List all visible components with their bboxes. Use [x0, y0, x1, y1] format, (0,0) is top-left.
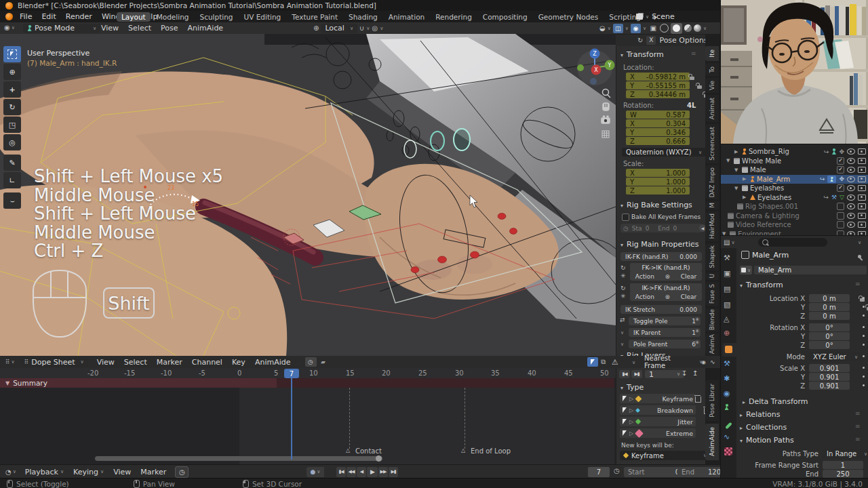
tab-scene[interactable]: ◬ — [724, 314, 729, 323]
camera-icon[interactable] — [858, 185, 866, 191]
collection-checkbox[interactable] — [837, 203, 844, 210]
workspace-tab-texture-paint[interactable]: Texture Paint — [287, 12, 342, 22]
outliner-row-male-arm[interactable]: ▶ Male_Arm ↪ ✥ — [721, 175, 868, 184]
outliner-row-sombra-rig[interactable]: ▶ Sombra_Rig ↪ ✥ — [721, 147, 868, 156]
rig-main-panel-header[interactable]: Rig Main Properties — [620, 240, 699, 249]
sidebar-tab-tool[interactable]: To — [705, 63, 719, 76]
animate-dot[interactable] — [863, 375, 865, 378]
marker-contact[interactable]: Contact — [355, 447, 382, 455]
dropdown-caret-icon[interactable]: ∨ — [620, 342, 624, 347]
location-x-field[interactable]: X-0.59812 m — [626, 73, 690, 81]
collection-checkbox[interactable]: ✓ — [837, 166, 844, 174]
playhead-line[interactable] — [291, 378, 292, 460]
prop-rotation-x[interactable]: 0° — [809, 323, 850, 331]
keyframe-icon[interactable]: ✳ — [695, 317, 700, 323]
eye-icon[interactable] — [847, 176, 855, 182]
xray-toggle[interactable]: ◫ — [613, 24, 623, 33]
select-cursor-toggle[interactable] — [587, 357, 598, 367]
sidebar-tab-animat[interactable]: Animat — [705, 95, 719, 122]
toggle-pole-field[interactable]: Toggle Pole1 — [629, 317, 701, 325]
snap-ik-icon[interactable]: ↻ — [620, 285, 626, 291]
app-menu-icon[interactable] — [5, 13, 13, 20]
header-caret-icon[interactable]: ∨ — [858, 240, 861, 245]
pin-icon[interactable] — [858, 255, 861, 258]
sidebar-tab-fuse[interactable]: Fuse S — [705, 282, 719, 306]
lock-icon[interactable] — [690, 77, 694, 80]
sidebar-tab-m[interactable]: M — [705, 201, 719, 209]
bake-range-row[interactable]: ◷ Sta0 End0 — [620, 224, 702, 232]
tab-particles[interactable]: ✱ — [724, 374, 730, 383]
camera-icon[interactable] — [858, 203, 866, 209]
fk-action-clear-icon[interactable]: ⊗ — [665, 273, 671, 280]
scrollbar-handle[interactable] — [376, 455, 382, 462]
timeline-ruler[interactable]: -20 -15 -10 -5 0 5 10 15 20 25 30 35 40 … — [0, 368, 720, 379]
ikfk-slider[interactable]: IK-FK (hand.R)0.000 — [620, 252, 702, 261]
tool-annotate[interactable]: ✎ — [3, 155, 21, 171]
keyframe-type-row[interactable]: ▷ Jitter — [620, 417, 696, 426]
frame-range-start-field[interactable]: 1 — [823, 461, 863, 469]
menu-file[interactable]: File — [15, 12, 37, 21]
animate-dot[interactable] — [863, 314, 865, 317]
keyframe-icon[interactable]: ✳ — [695, 328, 700, 334]
outliner-row-whole-male[interactable]: ▼ Whole Male ✓ — [721, 157, 868, 165]
eye-icon[interactable] — [847, 195, 855, 201]
shading-solid-button[interactable] — [671, 23, 682, 34]
sidebar-tab-hairmod[interactable]: HairMod — [705, 211, 719, 241]
summary-channel[interactable]: ▼ Summary — [0, 378, 614, 388]
shading-rendered-button[interactable] — [694, 24, 701, 32]
menu-edit[interactable]: Edit — [37, 12, 60, 21]
gizmos-toggle[interactable]: ▣ — [648, 24, 658, 32]
collection-checkbox[interactable]: ✓ — [837, 157, 844, 165]
footer-menu-marker[interactable]: Marker — [136, 468, 171, 476]
orientation-dropdown[interactable]: Local — [321, 24, 357, 33]
swap-icon[interactable]: ⇄ — [620, 317, 625, 323]
workspace-tab-rendering[interactable]: Rendering — [431, 12, 477, 22]
prop-rotation-y[interactable]: 0° — [809, 332, 850, 340]
frame-end-field[interactable]: End120 — [677, 467, 725, 477]
sidebar-tab-u[interactable]: U — [705, 272, 719, 280]
workspace-tab-shading[interactable]: Shading — [344, 12, 382, 22]
animate-dot[interactable] — [863, 384, 865, 386]
workspace-tab-uv-editing[interactable]: UV Editing — [239, 12, 286, 22]
outliner-row-video-reference[interactable]: Video Reference — [721, 220, 868, 229]
timeline-scrollbar[interactable] — [95, 456, 382, 461]
workspace-tab-animation[interactable]: Animation — [384, 12, 430, 22]
rotation-mode-dropdown[interactable]: XYZ Euler — [809, 352, 862, 361]
frame-overlap-icon[interactable]: ⧉ — [601, 358, 606, 366]
tab-bone[interactable] — [725, 420, 732, 429]
eye-icon[interactable] — [847, 148, 855, 155]
object-name-field[interactable]: Male_Arm — [754, 266, 867, 274]
ik-clear-button[interactable]: Clear — [681, 293, 697, 300]
bake-checkbox[interactable] — [622, 214, 629, 221]
dopesheet-menu-view[interactable]: View — [92, 358, 119, 367]
editor-type-button[interactable]: ⠿∨ — [5, 359, 15, 365]
dopesheet-mode-dropdown[interactable]: ⠿Dope Sheet — [20, 357, 88, 367]
rotation-mode-dropdown[interactable]: Quaternion (WXYZ) — [622, 148, 706, 157]
overlays-toggle[interactable]: ◉ — [631, 24, 641, 33]
tab-view-layer[interactable]: ▧ — [724, 300, 730, 309]
motion-paths-section[interactable]: Motion Paths — [740, 436, 794, 445]
animate-dot[interactable] — [863, 355, 865, 357]
download-keys-icon[interactable]: ↧ — [682, 369, 687, 377]
sidebar-tab-daz-import[interactable]: DAZ Impo — [705, 165, 719, 199]
tool-move[interactable]: + — [3, 81, 21, 98]
tool-measure[interactable]: ∟ — [3, 172, 21, 188]
jump-prev-keyframe-button[interactable]: ▮◀ — [619, 370, 630, 378]
viewport-menu-pose[interactable]: Pose — [156, 24, 182, 33]
scale-y-field[interactable]: Y1.000 — [626, 178, 690, 186]
tab-output[interactable]: ▤ — [724, 285, 730, 293]
jump-to-start-button[interactable]: ▮◀ — [336, 467, 346, 477]
snap-layer-icon[interactable]: ▰ — [319, 357, 328, 367]
keyframe-type-row[interactable]: ▷ Extreme — [620, 428, 696, 438]
marker-triangle-icon[interactable]: △ — [461, 447, 465, 453]
play-button[interactable]: ▶ — [367, 467, 378, 477]
footer-menu-view[interactable]: View — [108, 468, 136, 476]
location-z-field[interactable]: Z0.34446 m — [626, 90, 690, 98]
delta-transform-section[interactable]: Delta Transform — [743, 397, 808, 406]
collection-checkbox[interactable] — [837, 212, 844, 220]
menu-render[interactable]: Render — [61, 12, 97, 21]
upload-keys-icon[interactable]: ↥ — [692, 369, 698, 377]
warning-icon[interactable]: ⚠ — [612, 358, 618, 367]
object-visibility-icon[interactable]: ◒ — [599, 24, 606, 32]
sync-clock-button[interactable]: ◷ — [175, 466, 189, 478]
